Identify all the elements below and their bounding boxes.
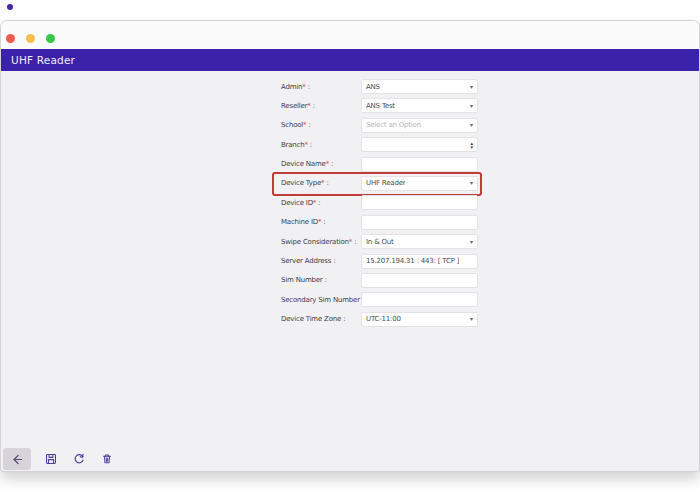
window-titlebar — [1, 21, 699, 49]
form-row-swipe-consideration: Swipe Consideration* : In & Out ▾ — [281, 234, 478, 249]
maximize-window-button[interactable] — [46, 34, 55, 43]
bottom-toolbar — [3, 448, 121, 470]
form-row-admin: Admin* : ANS ▾ — [281, 79, 478, 94]
form-row-server-address: Server Address : 15.207.194.31 : 443: [ … — [281, 254, 478, 269]
field-label: Device Name — [281, 160, 326, 168]
field-value: UTC-11:00 — [366, 315, 401, 323]
form-row-device-type: Device Type* : UHF Reader ▾ — [281, 176, 478, 191]
field-label: Device ID — [281, 199, 313, 207]
field-label: Admin — [281, 83, 302, 91]
trash-icon — [100, 452, 114, 466]
form-row-school: School* : Select an Option ▾ — [281, 118, 478, 133]
back-button[interactable] — [3, 448, 31, 470]
floppy-disk-icon — [44, 452, 58, 466]
form-row-reseller: Reseller* : ANS Test ▾ — [281, 98, 478, 113]
field-label: Device Type — [281, 179, 321, 187]
text-input-device-name[interactable] — [361, 157, 478, 172]
refresh-button[interactable] — [65, 448, 93, 470]
page-title: UHF Reader — [11, 54, 75, 66]
field-value: In & Out — [366, 238, 394, 246]
close-window-button[interactable] — [6, 34, 15, 43]
form-row-secondary-sim-number: Secondary Sim Number : — [281, 292, 478, 307]
app-header: UHF Reader — [1, 49, 699, 71]
chevron-down-icon: ▾ — [470, 180, 473, 186]
text-input-sim-number[interactable] — [361, 273, 478, 288]
device-form: Admin* : ANS ▾ Reseller* : ANS Test ▾ Sc… — [281, 79, 478, 331]
field-label: Reseller — [281, 102, 307, 110]
refresh-icon — [72, 452, 86, 466]
page-corner-dot — [7, 4, 13, 10]
select-reseller[interactable]: ANS Test ▾ — [361, 98, 478, 113]
field-label: Secondary Sim Number — [281, 296, 360, 304]
form-row-device-name: Device Name* : — [281, 157, 478, 172]
select-device-type[interactable]: UHF Reader ▾ — [361, 176, 478, 191]
page-background: UHF Reader Admin* : ANS ▾ Reseller* : AN… — [0, 0, 700, 500]
field-label: Sim Number — [281, 276, 323, 284]
field-value: 15.207.194.31 : 443: [ TCP ] — [366, 257, 459, 265]
content-area: Admin* : ANS ▾ Reseller* : ANS Test ▾ Sc… — [1, 71, 699, 472]
text-input-device-id[interactable] — [361, 195, 478, 210]
form-row-device-time-zone: Device Time Zone : UTC-11:00 ▾ — [281, 312, 478, 327]
field-label: Device Time Zone — [281, 315, 341, 323]
form-row-sim-number: Sim Number : — [281, 273, 478, 288]
field-label: Server Address — [281, 257, 331, 265]
chevron-down-icon: ▾ — [470, 103, 473, 109]
chevron-down-icon: ▾ — [470, 84, 473, 90]
select-school[interactable]: Select an Option ▾ — [361, 118, 478, 133]
save-button[interactable] — [37, 448, 65, 470]
field-value: ANS Test — [366, 102, 395, 110]
form-row-device-id: Device ID* : — [281, 195, 478, 210]
up-down-spinner-icon: ▴▾ — [470, 140, 473, 149]
arrow-left-icon — [10, 452, 25, 467]
select-swipe-consideration[interactable]: In & Out ▾ — [361, 234, 478, 249]
chevron-down-icon: ▾ — [470, 239, 473, 245]
field-value: UHF Reader — [366, 179, 405, 187]
chevron-down-icon: ▾ — [470, 316, 473, 322]
delete-button[interactable] — [93, 448, 121, 470]
field-label: Machine ID — [281, 218, 318, 226]
field-label: Branch — [281, 141, 305, 149]
field-value: Select an Option — [366, 121, 421, 129]
form-row-machine-id: Machine ID* : — [281, 215, 478, 230]
chevron-down-icon: ▾ — [470, 122, 473, 128]
browser-window: UHF Reader Admin* : ANS ▾ Reseller* : AN… — [0, 20, 700, 472]
select-branch[interactable]: ▴▾ — [361, 137, 478, 152]
field-value: ANS — [366, 83, 380, 91]
field-label: Swipe Consideration — [281, 238, 349, 246]
minimize-window-button[interactable] — [26, 34, 35, 43]
text-input-server-address[interactable]: 15.207.194.31 : 443: [ TCP ] — [361, 254, 478, 269]
field-label: School — [281, 121, 303, 129]
select-device-time-zone[interactable]: UTC-11:00 ▾ — [361, 312, 478, 327]
select-admin[interactable]: ANS ▾ — [361, 79, 478, 94]
text-input-secondary-sim-number[interactable] — [361, 292, 478, 307]
form-row-branch: Branch* : ▴▾ — [281, 137, 478, 152]
text-input-machine-id[interactable] — [361, 215, 478, 230]
